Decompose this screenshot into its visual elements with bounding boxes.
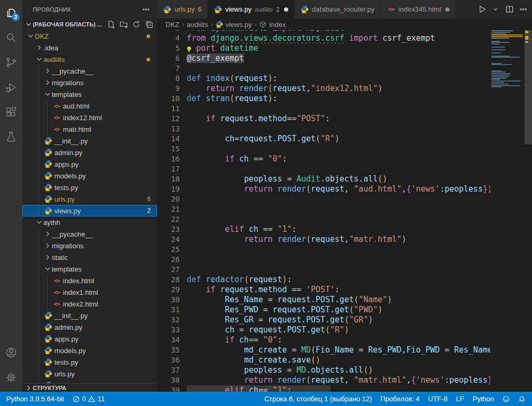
notifications-bell-icon[interactable]	[514, 392, 530, 406]
code-line[interactable]: 26	[157, 255, 490, 265]
editor-scrollbar[interactable]	[525, 30, 532, 392]
refresh-icon[interactable]	[131, 19, 142, 30]
tree-item-urls.py[interactable]: urls.py6	[22, 193, 157, 205]
editor-more-actions-icon[interactable]	[517, 4, 529, 15]
source-control-icon[interactable]	[0, 50, 22, 75]
breadcrumb-item-audiiits[interactable]: audiiits	[187, 21, 208, 29]
lightbulb-icon[interactable]	[186, 44, 196, 53]
collapse-all-icon[interactable]	[143, 19, 155, 30]
code-line[interactable]: 8def index(request):	[157, 74, 490, 84]
code-line[interactable]: 12 if request.method=="POST":	[157, 114, 490, 124]
code-line[interactable]: 38 return render(request, "matr.html",{'…	[157, 375, 490, 385]
tab-views.py[interactable]: views.pyaudiiits2	[208, 0, 295, 19]
tree-item-__pycache__[interactable]: __pycache__	[22, 65, 157, 77]
cursor-position-indicator[interactable]: Строка 6, столбец 1 (выбрано 12)	[260, 392, 377, 406]
code-line[interactable]: 27	[157, 265, 490, 275]
tree-item-templates[interactable]: templates	[22, 263, 157, 275]
code-line[interactable]: 36 md_create.save()	[157, 355, 490, 365]
language-mode-indicator[interactable]: Python	[469, 392, 498, 406]
breadcrumb-item-index[interactable]: index	[259, 21, 286, 29]
code-line[interactable]: 25	[157, 245, 490, 255]
code-line[interactable]: 5import datetime	[157, 43, 490, 53]
tree-item-admin.py[interactable]: admin.py	[22, 321, 157, 333]
tree-item-views.py[interactable]: views.py2	[22, 205, 157, 216]
code-line[interactable]: 34 if ch== "0":	[157, 335, 490, 345]
tab-index345.html[interactable]: <>index345.html	[381, 0, 456, 19]
tree-item-models.py[interactable]: models.py	[22, 345, 157, 356]
code-line[interactable]: 37 peopless = MD.objects.all()	[157, 365, 490, 375]
explorer-icon[interactable]: 3	[0, 0, 22, 25]
breadcrumb-item-views.py[interactable]: views.py	[215, 21, 252, 29]
tree-item-aud.html[interactable]: <>aud.html	[22, 100, 157, 112]
code-line[interactable]: 35 md_create = MD(Fio_Name = Res_PWD,Fio…	[157, 345, 490, 355]
code-line[interactable]: 23 elif ch == "1":	[157, 224, 490, 234]
code-line[interactable]: 11	[157, 104, 490, 114]
tree-item-index2.html[interactable]: <>index2.html	[22, 298, 157, 310]
tree-item-static[interactable]: static	[22, 251, 157, 263]
code-line[interactable]: 32 Res_GR = request.POST.get("GR")	[157, 315, 490, 325]
tree-item-index.html[interactable]: <>index.html	[22, 275, 157, 286]
search-icon[interactable]	[0, 25, 22, 50]
tree-item-admin.py[interactable]: admin.py	[22, 147, 157, 158]
code-line[interactable]: 19 return render(request, "aud.html",{'n…	[157, 184, 490, 194]
new-file-icon[interactable]	[105, 19, 117, 30]
tree-item-audiiits[interactable]: audiiits	[22, 53, 157, 65]
code-line[interactable]: 14 ch=request.POST.get("R")	[157, 134, 490, 144]
modified-dot-icon[interactable]	[284, 7, 288, 12]
tree-item-.idea[interactable]: .idea	[22, 42, 157, 53]
encoding-indicator[interactable]: UTF-8	[424, 392, 452, 406]
outline-section-header[interactable]: СТРУКТУРА	[22, 383, 157, 392]
scrollbar-thumb[interactable]	[525, 30, 532, 145]
code-line[interactable]: 33 ch = request.POST.get("R")	[157, 325, 490, 335]
workspace-section-header[interactable]: (РАБОЧАЯ ОБЛАСТЬ) ...	[22, 19, 157, 30]
tree-item-urls.py[interactable]: urls.py	[22, 368, 157, 380]
code-line[interactable]: 31 Res_PWD = request.POST.get("PWD")	[157, 305, 490, 315]
tab-urls.py[interactable]: urls.py6	[157, 0, 208, 19]
settings-gear-icon[interactable]	[0, 365, 22, 390]
tree-item-views.py[interactable]: views.py	[22, 380, 157, 383]
problems-indicator[interactable]: 0 11	[68, 392, 109, 406]
tree-item-index12.html[interactable]: <>index12.html	[22, 112, 157, 123]
code-line[interactable]: 4from django.views.decorators.csrf impor…	[157, 33, 490, 43]
tree-item-apps.py[interactable]: apps.py	[22, 333, 157, 345]
split-editor-icon[interactable]	[503, 4, 515, 15]
code-line[interactable]: 18 peopless = Audit.objects.all()	[157, 174, 490, 184]
code-line[interactable]: 15	[157, 144, 490, 154]
tree-item-matr.html[interactable]: <>matr.html	[22, 123, 157, 135]
code-line[interactable]: 28def redactor(request):	[157, 275, 490, 285]
tree-item-__pycache__[interactable]: __pycache__	[22, 228, 157, 240]
code-line[interactable]: 20	[157, 194, 490, 204]
code-line[interactable]: 13	[157, 124, 490, 134]
account-icon[interactable]	[0, 340, 22, 365]
code-line[interactable]: 16 if ch == "0":	[157, 154, 490, 164]
tree-item-templates[interactable]: templates	[22, 88, 157, 100]
code-line[interactable]: 17	[157, 164, 490, 174]
code-line[interactable]: 39 elif ch== "1":	[157, 385, 490, 392]
tree-item-__init__.py[interactable]: __init__.py	[22, 310, 157, 321]
tree-item-migrations[interactable]: migrations	[22, 240, 157, 251]
code-line[interactable]: 22	[157, 214, 490, 224]
code-line[interactable]: 7	[157, 64, 490, 74]
extensions-icon[interactable]	[0, 100, 22, 124]
modified-dot-icon[interactable]	[445, 7, 450, 12]
code-line[interactable]: 29 if request.method == 'POST':	[157, 285, 490, 295]
run-dropdown-chevron-icon[interactable]	[490, 4, 501, 15]
code-line[interactable]: 24 return render(request,"matr.html")	[157, 234, 490, 245]
code-editor[interactable]: 3from aythh.models import MD,Audit4from …	[157, 30, 532, 392]
run-python-file-button[interactable]	[476, 4, 488, 15]
tree-item-migrations[interactable]: migrations	[22, 77, 157, 88]
run-debug-icon[interactable]	[0, 75, 22, 100]
tree-item-tests.py[interactable]: tests.py	[22, 356, 157, 368]
eol-indicator[interactable]: LF	[452, 392, 468, 406]
tab-database_roouter.py[interactable]: database_roouter.py	[295, 0, 381, 19]
minimap[interactable]	[490, 30, 525, 392]
testing-icon[interactable]	[0, 124, 22, 149]
tree-item-apps.py[interactable]: apps.py	[22, 158, 157, 170]
code-line[interactable]: 6@csrf_exempt	[157, 53, 490, 64]
code-line[interactable]: 21	[157, 204, 490, 214]
python-interpreter-indicator[interactable]: Python 3.9.5 64-bit	[2, 392, 68, 406]
explorer-more-actions-icon[interactable]	[140, 4, 152, 15]
indentation-indicator[interactable]: Пробелов: 4	[376, 392, 424, 406]
tree-item-aythh[interactable]: aythh	[22, 216, 157, 228]
tree-item-__init__.py[interactable]: __init__.py	[22, 135, 157, 147]
